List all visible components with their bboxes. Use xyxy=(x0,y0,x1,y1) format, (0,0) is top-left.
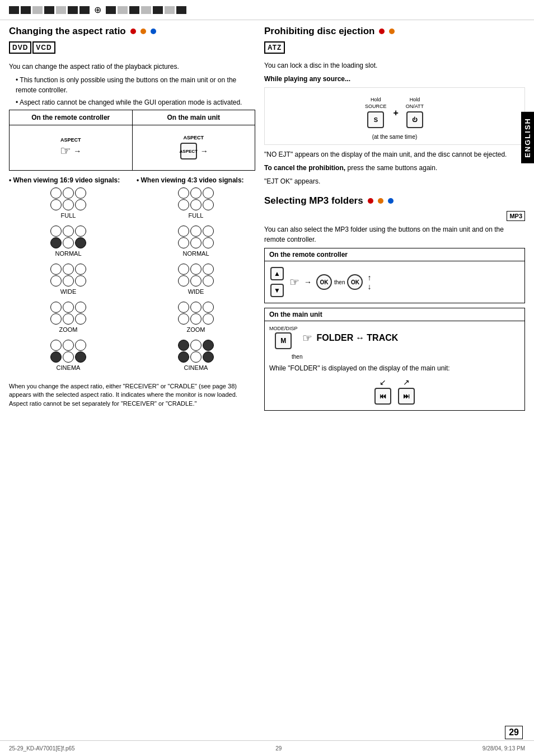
main-content: Changing the aspect ratio DVD VCD You ca… xyxy=(0,20,534,425)
aspect-bullet-1: • This function is only possible using t… xyxy=(16,75,255,95)
zoom-16-9: ZOOM xyxy=(9,302,128,336)
mp3-section-header: Selecting MP3 folders xyxy=(264,195,525,206)
ok-button-right: OK xyxy=(347,274,363,290)
skip-down-arrow: ↙ xyxy=(380,378,386,387)
then-row: then xyxy=(269,354,520,360)
while-folder-text: While "FOLDER" is displayed on the displ… xyxy=(269,363,520,373)
aspect-note: When you change the aspect ratio, either… xyxy=(9,382,255,408)
cinema-label-4-3: CINEMA xyxy=(184,364,208,371)
aspect-intro: You can change the aspect ratio of the p… xyxy=(9,62,255,72)
skip-prev-group: ↙ ⏮ xyxy=(373,378,392,406)
cz5 xyxy=(63,313,74,325)
dot-red xyxy=(130,29,136,34)
c6 xyxy=(75,199,86,210)
bar-block-4 xyxy=(44,6,54,14)
mode-disp-group: MODE/DISP M xyxy=(269,326,298,350)
prohibit-intro: You can lock a disc in the loading slot. xyxy=(264,60,525,71)
mp3-title: Selecting MP3 folders xyxy=(264,195,363,206)
cinema-4-3: CINEMA xyxy=(137,340,255,374)
hold-label-right: Hold xyxy=(410,97,420,102)
dot-blue xyxy=(151,29,156,34)
bar-block-r1 xyxy=(106,6,116,14)
wide-16-9: WIDE xyxy=(9,264,128,298)
bar-block-3 xyxy=(32,6,43,14)
cc1 xyxy=(50,340,62,351)
controller-box: On the remote controller On the main uni… xyxy=(9,110,255,171)
c1 xyxy=(50,187,62,199)
bar-block-5 xyxy=(56,6,66,14)
aspect-viewing-section: • When viewing 16:9 video signals: FULL xyxy=(9,176,255,378)
mp3-dot-3 xyxy=(388,198,394,204)
wide-4-3: WIDE xyxy=(137,264,255,298)
prohibit-cancel: To cancel the prohibition, press the sam… xyxy=(264,163,525,173)
down-arrow: ↓ xyxy=(367,282,371,291)
bar-block-r7 xyxy=(176,6,186,14)
prohibit-button-diagram: Hold SOURCE S + Hold ON/ATT ⏻ (at the sa… xyxy=(264,87,525,145)
zoom-label-16-9: ZOOM xyxy=(59,326,78,333)
cw4 xyxy=(50,275,62,287)
mp3-dot-1 xyxy=(368,198,373,204)
aspect-16-9-title: • When viewing 16:9 video signals: xyxy=(9,176,128,184)
then-label-main: then xyxy=(292,354,302,360)
source-button-icon: S xyxy=(367,111,384,128)
bar-block-7 xyxy=(79,6,90,14)
cz2 xyxy=(63,302,74,313)
mode-button: M xyxy=(275,332,292,349)
cc2 xyxy=(63,340,74,351)
atz-logo: ATZ xyxy=(264,41,285,54)
mp3-main-body: MODE/DISP M ☞ FOLDER ↔ TRACK then Whi xyxy=(265,321,524,410)
up-down-buttons: ▲ ▼ xyxy=(269,266,285,298)
mp3-logo-wrap: MP3 xyxy=(264,211,525,221)
mp3-intro: You can also select the MP3 folder using… xyxy=(264,224,525,245)
cc4 xyxy=(50,351,62,363)
aspect-title: Changing the aspect ratio xyxy=(9,26,126,37)
cinema-16-9: CINEMA xyxy=(9,340,128,374)
cn1 xyxy=(50,226,62,237)
prohibit-section: Prohibiting disc ejection ATZ You can lo… xyxy=(264,26,525,186)
controller-box-body: ASPECT ☞ → ASPECT ASPECT → xyxy=(10,125,255,170)
normal-16-9: NORMAL xyxy=(9,226,128,260)
onatt-btn-group: Hold ON/ATT ⏻ xyxy=(405,97,424,129)
cw2 xyxy=(63,264,74,275)
compass-icon: ⊕ xyxy=(94,4,101,15)
cn6 xyxy=(75,237,86,248)
normal-label-16-9: NORMAL xyxy=(55,250,81,257)
cw5 xyxy=(63,275,74,287)
normal-4-3: NORMAL xyxy=(137,226,255,260)
cn5 xyxy=(63,237,74,248)
then-label: then xyxy=(334,279,345,285)
onatt-button-icon: ⏻ xyxy=(406,111,423,128)
bar-block-2 xyxy=(21,6,31,14)
aspect-section-header: Changing the aspect ratio xyxy=(9,26,255,37)
aspect-4-3-title: • When viewing 4:3 video signals: xyxy=(137,176,255,184)
zoom-4-3: ZOOM xyxy=(137,302,255,336)
wide-label-4-3: WIDE xyxy=(188,288,204,295)
source-label: SOURCE xyxy=(365,104,387,109)
aspect-bullet-2: • Aspect ratio cannot be changed while t… xyxy=(16,97,255,107)
bottom-bar: 25-29_KD-AV7001[E]f.p65 29 9/28/04, 9:13… xyxy=(0,740,534,756)
prohibit-title: Prohibiting disc ejection xyxy=(264,26,374,37)
prohibit-result: "NO EJT" appears on the display of the m… xyxy=(264,149,525,159)
bottom-page: 29 xyxy=(275,745,282,752)
remote-aspect-label: ASPECT xyxy=(60,137,81,143)
aspect-16-9-col: • When viewing 16:9 video signals: FULL xyxy=(9,176,128,378)
skip-up-arrow: ↗ xyxy=(403,378,410,387)
hold-label-left: Hold xyxy=(371,97,381,102)
mp3-dot-2 xyxy=(378,198,383,204)
cancel-title: To cancel the prohibition, xyxy=(264,164,345,172)
ok-button-left: OK xyxy=(316,274,332,290)
bar-block-r6 xyxy=(165,6,175,14)
zoom-label-4-3: ZOOM xyxy=(187,326,205,333)
right-column: Prohibiting disc ejection ATZ You can lo… xyxy=(264,26,525,420)
mp3-section: Selecting MP3 folders MP3 You can also s… xyxy=(264,195,525,411)
up-arrow: ↑ xyxy=(367,273,371,282)
main-aspect-button: ASPECT xyxy=(180,143,197,159)
mp3-remote-arrow: → xyxy=(304,278,312,287)
c2 xyxy=(63,187,74,199)
full-label-16-9: FULL xyxy=(61,212,76,219)
full-label-4-3: FULL xyxy=(189,212,204,219)
normal-label-4-3: NORMAL xyxy=(182,250,209,257)
main-arrow: → xyxy=(200,147,208,156)
remote-hand-icon: ☞ xyxy=(60,144,71,158)
cz1 xyxy=(50,302,62,313)
